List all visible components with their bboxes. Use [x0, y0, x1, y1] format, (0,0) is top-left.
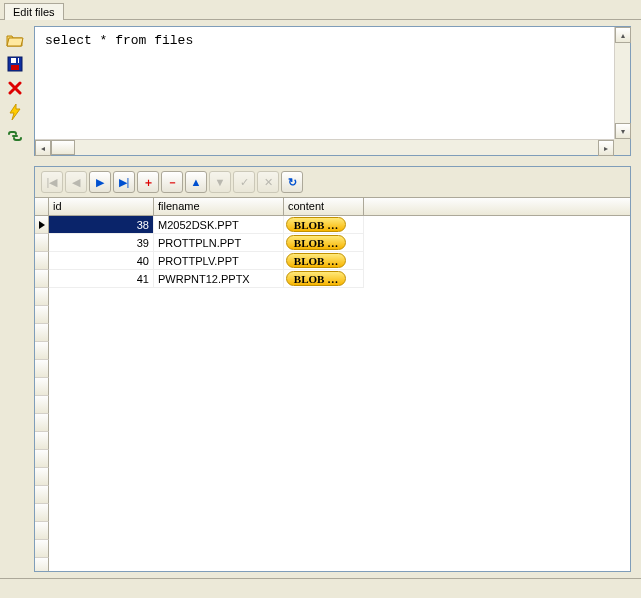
cell-content: BLOB … [284, 234, 364, 252]
chain-icon[interactable] [5, 126, 25, 146]
cell-id[interactable]: 38 [49, 216, 154, 234]
results-grid-panel: |◀ ◀ ▶ ▶| ＋ － ▲ ▼ ✓ ✕ ↻ id filename cont [34, 166, 631, 572]
tab-strip: Edit files [0, 0, 641, 20]
sql-horizontal-scrollbar[interactable]: ◂ ▸ [35, 139, 614, 155]
cell-content: BLOB … [284, 270, 364, 288]
cell-filename[interactable]: PROTTPLV.PPT [154, 252, 284, 270]
table-row[interactable]: 41 PWRPNT12.PPTX BLOB … [35, 270, 630, 288]
grid-corner-cell [35, 198, 49, 215]
cell-filename[interactable]: PWRPNT12.PPTX [154, 270, 284, 288]
nav-down-button[interactable]: ▼ [209, 171, 231, 193]
table-row[interactable]: 39 PROTTPLN.PPT BLOB … [35, 234, 630, 252]
cell-filename[interactable]: M2052DSK.PPT [154, 216, 284, 234]
nav-refresh-button[interactable]: ↻ [281, 171, 303, 193]
nav-cancel-button[interactable]: ✕ [257, 171, 279, 193]
blob-button[interactable]: BLOB … [286, 217, 346, 232]
cell-content: BLOB … [284, 216, 364, 234]
sql-editor-panel: select * from files ▴ ▾ ◂ ▸ [34, 26, 631, 156]
cell-filename[interactable]: PROTTPLN.PPT [154, 234, 284, 252]
tab-label: Edit files [13, 6, 55, 18]
scroll-down-icon[interactable]: ▾ [615, 123, 631, 139]
cell-content: BLOB … [284, 252, 364, 270]
column-header-content[interactable]: content [284, 198, 364, 215]
delete-x-icon[interactable] [5, 78, 25, 98]
row-indicator [35, 234, 49, 252]
empty-row-gutter [35, 288, 630, 571]
table-row[interactable]: 40 PROTTPLV.PPT BLOB … [35, 252, 630, 270]
scroll-left-icon[interactable]: ◂ [35, 140, 51, 156]
blob-button[interactable]: BLOB … [286, 235, 346, 250]
open-folder-icon[interactable] [5, 30, 25, 50]
sql-query-input[interactable]: select * from files [35, 27, 630, 155]
svg-rect-3 [16, 58, 18, 63]
scroll-up-icon[interactable]: ▴ [615, 27, 631, 43]
nav-next-button[interactable]: ▶ [89, 171, 111, 193]
grid-body: 38 M2052DSK.PPT BLOB … 39 PROTTPLN.PPT B… [35, 216, 630, 571]
cell-id[interactable]: 41 [49, 270, 154, 288]
nav-first-button[interactable]: |◀ [41, 171, 63, 193]
nav-delete-button[interactable]: － [161, 171, 183, 193]
blob-button[interactable]: BLOB … [286, 253, 346, 268]
table-row[interactable]: 38 M2052DSK.PPT BLOB … [35, 216, 630, 234]
nav-add-button[interactable]: ＋ [137, 171, 159, 193]
cell-id[interactable]: 40 [49, 252, 154, 270]
scroll-right-icon[interactable]: ▸ [598, 140, 614, 156]
blob-button[interactable]: BLOB … [286, 271, 346, 286]
lightning-icon[interactable] [5, 102, 25, 122]
nav-prev-button[interactable]: ◀ [65, 171, 87, 193]
save-disk-icon[interactable] [5, 54, 25, 74]
tab-edit-files[interactable]: Edit files [4, 3, 64, 20]
cell-id[interactable]: 39 [49, 234, 154, 252]
row-indicator-icon [35, 216, 49, 234]
side-toolbar [0, 20, 30, 578]
column-header-spacer [364, 198, 630, 215]
column-header-id[interactable]: id [49, 198, 154, 215]
nav-check-button[interactable]: ✓ [233, 171, 255, 193]
scroll-thumb[interactable] [51, 140, 75, 155]
nav-up-button[interactable]: ▲ [185, 171, 207, 193]
nav-last-button[interactable]: ▶| [113, 171, 135, 193]
row-indicator [35, 252, 49, 270]
sql-vertical-scrollbar[interactable]: ▴ ▾ [614, 27, 630, 139]
status-bar [0, 578, 641, 596]
grid-header-row: id filename content [35, 198, 630, 216]
record-navigator-toolbar: |◀ ◀ ▶ ▶| ＋ － ▲ ▼ ✓ ✕ ↻ [35, 167, 630, 198]
svg-rect-2 [11, 65, 19, 70]
scroll-corner [614, 139, 630, 155]
column-header-filename[interactable]: filename [154, 198, 284, 215]
row-indicator [35, 270, 49, 288]
